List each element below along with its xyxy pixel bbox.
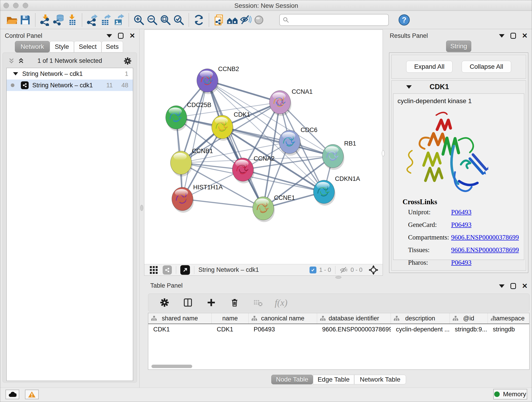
crosslink-link[interactable]: P06493 — [451, 208, 472, 216]
delete-column-icon[interactable] — [228, 296, 241, 309]
node-result-header[interactable]: CDK1 — [392, 81, 526, 93]
zoom-selected-icon[interactable] — [172, 13, 185, 27]
table-cell[interactable]: 9606.ENSP00000378699 — [317, 326, 391, 333]
table-cell[interactable]: stringdb — [488, 326, 530, 333]
export-image-icon[interactable] — [112, 13, 125, 27]
network-node-CCNA2[interactable] — [232, 158, 254, 183]
bottom-splitter-handle[interactable] — [336, 276, 341, 279]
save-session-icon[interactable] — [19, 13, 32, 27]
zoom-in-icon[interactable] — [132, 13, 146, 27]
collapse-entry-icon[interactable] — [406, 85, 412, 89]
table-cell[interactable]: cyclin-dependent ... — [391, 326, 450, 333]
network-node-CCNA1[interactable] — [269, 90, 291, 116]
crosslink-row: Tissues:9606.ENSP00000378699 — [408, 246, 524, 254]
float-panel-icon[interactable] — [118, 33, 123, 39]
column-header-shared-name[interactable]: shared name — [148, 313, 212, 324]
table-cell[interactable]: P06493 — [249, 326, 317, 333]
network-edge[interactable] — [182, 80, 207, 199]
crosslink-link[interactable]: P06493 — [451, 221, 472, 229]
column-header-name[interactable]: name — [212, 313, 249, 324]
tree-expand-icon[interactable] — [13, 72, 18, 75]
column-header-namespace[interactable]: namespace — [488, 313, 530, 324]
tab-sets[interactable]: Sets — [101, 41, 123, 52]
export-table-icon[interactable] — [99, 13, 112, 27]
column-header--id[interactable]: @id — [450, 313, 488, 324]
grid-view-icon[interactable] — [149, 266, 158, 274]
warnings-button[interactable] — [25, 390, 39, 399]
crosslink-link[interactable]: 9606.ENSP00000378699 — [451, 234, 519, 241]
collapse-panel-icon[interactable] — [499, 284, 505, 288]
tab-select[interactable]: Select — [74, 41, 101, 52]
birds-eye-view-icon[interactable] — [180, 265, 190, 275]
right-splitter-handle[interactable] — [382, 150, 385, 156]
close-panel-icon[interactable]: ✕ — [129, 33, 135, 39]
network-node-CDK1[interactable] — [212, 115, 234, 141]
collapse-panel-icon[interactable] — [107, 34, 112, 38]
annotation-icon[interactable] — [212, 13, 226, 27]
function-builder-icon[interactable]: f(x) — [275, 297, 288, 308]
horizontal-scrollbar-thumb[interactable] — [152, 365, 192, 368]
hide-selected-icon[interactable] — [239, 13, 252, 27]
network-node-CDC25B[interactable] — [166, 106, 188, 131]
close-panel-icon[interactable]: ✕ — [522, 283, 528, 289]
show-columns-icon[interactable] — [181, 296, 195, 309]
import-network-database-icon[interactable] — [52, 13, 65, 27]
hidden-indicator-eye-icon[interactable] — [340, 266, 348, 274]
network-collection-row[interactable]: String Network – cdk1 1 — [7, 68, 133, 80]
apply-layout-icon[interactable] — [192, 13, 206, 27]
network-edge[interactable] — [182, 199, 263, 208]
network-row[interactable]: String Network – cdk1 1148 — [7, 80, 133, 91]
network-node-CDKN1A[interactable] — [313, 180, 336, 206]
open-session-icon[interactable] — [5, 13, 19, 27]
network-node-RB1[interactable] — [322, 144, 344, 170]
node-label-CDKN1A: CDKN1A — [335, 175, 360, 182]
export-network-icon[interactable] — [85, 13, 99, 27]
table-options-gear-icon[interactable] — [158, 296, 171, 309]
expand-all-button[interactable]: Expand All — [406, 61, 452, 73]
cloud-status-button[interactable] — [6, 390, 19, 399]
selected-indicator-checkbox[interactable] — [310, 267, 317, 274]
column-header-description[interactable]: description — [391, 313, 450, 324]
table-row[interactable]: CDK1CDK1P064939606.ENSP00000378699cyclin… — [148, 324, 529, 335]
crosslink-link[interactable]: P06493 — [451, 259, 472, 266]
table-cell[interactable]: CDK1 — [148, 326, 212, 333]
float-panel-icon[interactable] — [510, 33, 516, 39]
collapse-all-button[interactable]: Collapse All — [462, 61, 511, 73]
show-all-icon[interactable] — [252, 13, 266, 27]
crosslink-link[interactable]: 9606.ENSP00000378699 — [451, 246, 519, 254]
table-cell[interactable]: stringdb:9... — [450, 326, 488, 333]
tab-string[interactable]: String — [446, 41, 471, 52]
float-panel-icon[interactable] — [510, 283, 516, 289]
string-view-icon[interactable] — [163, 265, 172, 274]
tab-style[interactable]: Style — [50, 41, 74, 52]
tab-edge-table[interactable]: Edge Table — [313, 375, 354, 384]
left-splitter-handle[interactable] — [140, 205, 143, 211]
close-panel-icon[interactable]: ✕ — [522, 33, 528, 39]
tab-network-table[interactable]: Network Table — [354, 375, 406, 384]
zoom-fit-icon[interactable] — [159, 13, 172, 27]
help-icon[interactable]: ? — [398, 14, 410, 26]
network-node-CCNE1[interactable] — [253, 197, 275, 222]
network-options-gear-icon[interactable] — [123, 57, 132, 65]
tab-network[interactable]: Network — [15, 41, 50, 52]
toolbar-separator — [189, 13, 189, 27]
network-graph[interactable]: CCNB2CCNA1CDC25BCDK1CDC6RB1CCNB1CCNA2CDK… — [144, 30, 383, 264]
column-header-database-identifier[interactable]: database identifier — [317, 313, 391, 324]
pan-crosshair-icon[interactable] — [368, 265, 379, 275]
table-cell[interactable]: CDK1 — [212, 326, 249, 333]
tab-node-table[interactable]: Node Table — [271, 375, 313, 384]
column-header-canonical-name[interactable]: canonical name — [249, 313, 317, 324]
network-node-CCNB2[interactable] — [197, 69, 219, 94]
crosslink-row: Pharos:P06493 — [408, 259, 524, 266]
memory-button[interactable]: Memory — [493, 389, 527, 400]
bundle-edges-icon[interactable] — [226, 13, 239, 27]
search-input[interactable] — [289, 16, 381, 23]
import-network-icon[interactable] — [39, 13, 52, 27]
import-table-icon[interactable] — [65, 13, 79, 27]
delete-table-icon[interactable] — [251, 296, 265, 309]
network-node-HIST1H1A[interactable] — [172, 187, 194, 213]
table-body: CDK1CDK1P064939606.ENSP00000378699cyclin… — [148, 324, 529, 335]
collapse-panel-icon[interactable] — [499, 34, 505, 38]
create-column-icon[interactable] — [205, 296, 218, 309]
zoom-out-icon[interactable] — [146, 13, 159, 27]
